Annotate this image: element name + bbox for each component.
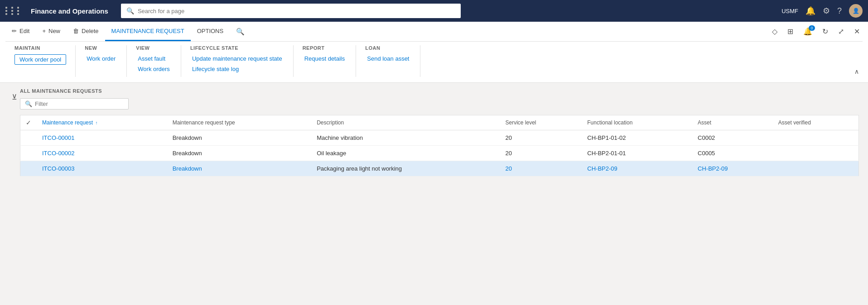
section-title: ALL MAINTENANCE REQUESTS: [20, 88, 859, 94]
tab-new[interactable]: + New: [36, 22, 67, 41]
send-loan-asset-button[interactable]: Send loan asset: [365, 54, 411, 63]
col-asset-verified[interactable]: Asset verified: [773, 115, 859, 130]
update-maintenance-request-state-button[interactable]: Update maintenance request state: [190, 54, 284, 63]
group-label-report: REPORT: [303, 45, 347, 51]
filter-search-icon: 🔍: [25, 100, 32, 107]
ribbon-group-new: NEW Work order: [76, 45, 127, 77]
cell-functional-location[interactable]: CH-BP2-09: [582, 161, 692, 176]
notification-badge-btn[interactable]: 🔔 0: [800, 25, 815, 38]
group-label-maintain: MAINTAIN: [14, 45, 66, 51]
cell-check[interactable]: [20, 130, 37, 146]
sort-arrow-icon: ↑: [95, 120, 97, 125]
ribbon-right-icons: ◇ ⊞ 🔔 0 ↻ ⤢ ✕: [769, 25, 863, 38]
avatar-image: 👤: [853, 8, 859, 14]
tab-options[interactable]: OPTIONS: [191, 22, 230, 41]
settings-icon[interactable]: ⚙: [823, 6, 830, 16]
filter-sidebar-icon[interactable]: ⊻: [9, 88, 20, 106]
cell-service-level: 20: [500, 146, 582, 161]
cell-description: Oil leakage: [311, 146, 500, 161]
group-label-loan: LOAN: [365, 45, 411, 51]
notification-badge: 0: [809, 25, 815, 31]
cell-maintenance-request[interactable]: ITCO-00002: [37, 146, 167, 161]
edit-icon: ✏: [12, 28, 17, 34]
table-row[interactable]: ITCO-00001 Breakdown Machine vibration 2…: [20, 130, 859, 146]
app-grid-icon[interactable]: [5, 7, 22, 15]
tab-edit[interactable]: ✏ Edit: [5, 22, 36, 41]
content-wrapper: ⊻ ALL MAINTENANCE REQUESTS 🔍 ✓ Maintenan…: [0, 83, 868, 182]
ribbon-tabs-row: ✏ Edit + New 🗑 Delete MAINTENANCE REQUES…: [5, 22, 863, 42]
group-label-view: VIEW: [136, 45, 172, 51]
col-asset[interactable]: Asset: [692, 115, 773, 130]
maintenance-requests-table: ✓ Maintenance request ↑ Maintenance requ…: [20, 115, 859, 176]
cell-asset[interactable]: CH-BP2-09: [692, 161, 773, 176]
cell-maintenance-request[interactable]: ITCO-00001: [37, 130, 167, 146]
group-items-maintain: Work order pool: [14, 54, 66, 65]
cell-functional-location: CH-BP1-01-02: [582, 130, 692, 146]
cell-asset-verified: [773, 130, 859, 146]
table-row[interactable]: ITCO-00003 Breakdown Packaging area ligh…: [20, 161, 859, 176]
cell-check[interactable]: [20, 146, 37, 161]
username-label: USMF: [781, 8, 798, 14]
filter-input-wrapper[interactable]: 🔍: [20, 98, 129, 110]
filter-bar: 🔍: [20, 98, 859, 110]
ribbon-search-button[interactable]: 🔍: [233, 28, 247, 36]
work-order-pool-button[interactable]: Work order pool: [14, 54, 66, 65]
filter-input[interactable]: [35, 100, 124, 107]
work-order-button[interactable]: Work order: [85, 54, 117, 63]
cell-description: Machine vibration: [311, 130, 500, 146]
check-all-icon[interactable]: ✓: [26, 119, 31, 126]
app-title: Finance and Operations: [31, 7, 108, 15]
search-input[interactable]: [138, 8, 455, 14]
group-label-lifecycle: LIFECYCLE STATE: [190, 45, 284, 51]
ribbon-group-view: VIEW Asset fault Work orders: [127, 45, 181, 77]
ribbon-collapse-button[interactable]: ∧: [851, 66, 863, 77]
close-icon-btn[interactable]: ✕: [851, 25, 863, 38]
cell-functional-location: CH-BP2-01-01: [582, 146, 692, 161]
cell-maintenance-request-type: Breakdown: [167, 161, 311, 176]
cell-service-level: 20: [500, 130, 582, 146]
col-maintenance-request[interactable]: Maintenance request ↑: [37, 115, 167, 130]
main-content: ALL MAINTENANCE REQUESTS 🔍 ✓ Maintenance…: [20, 88, 859, 176]
table-row[interactable]: ITCO-00002 Breakdown Oil leakage 20 CH-B…: [20, 146, 859, 161]
ribbon-body: MAINTAIN Work order pool NEW Work order …: [5, 42, 863, 82]
cell-maintenance-request-type: Breakdown: [167, 130, 311, 146]
cell-service-level: 20: [500, 161, 582, 176]
search-bar[interactable]: 🔍: [121, 4, 461, 18]
ribbon-group-lifecycle: LIFECYCLE STATE Update maintenance reque…: [181, 45, 294, 77]
office-icon-btn[interactable]: ⊞: [785, 25, 796, 38]
request-details-button[interactable]: Request details: [303, 54, 347, 63]
ribbon-group-maintain: MAINTAIN Work order pool: [5, 45, 76, 77]
help-icon[interactable]: ?: [837, 6, 842, 16]
ribbon-group-loan: LOAN Send loan asset: [356, 45, 420, 77]
tab-maintenance-request[interactable]: MAINTENANCE REQUEST: [105, 22, 191, 41]
tab-delete[interactable]: 🗑 Delete: [67, 22, 105, 41]
top-nav-right: USMF 🔔 ⚙ ? 👤: [781, 4, 863, 18]
col-service-level[interactable]: Service level: [500, 115, 582, 130]
diamond-icon-btn[interactable]: ◇: [769, 25, 780, 38]
group-items-report: Request details: [303, 54, 347, 63]
cell-asset: C0002: [692, 130, 773, 146]
notification-icon[interactable]: 🔔: [805, 6, 815, 16]
expand-icon-btn[interactable]: ⤢: [835, 25, 847, 38]
col-description[interactable]: Description: [311, 115, 500, 130]
cell-maintenance-request[interactable]: ITCO-00003: [37, 161, 167, 176]
cell-maintenance-request-type: Breakdown: [167, 146, 311, 161]
cell-check[interactable]: [20, 161, 37, 176]
group-label-new: NEW: [85, 45, 117, 51]
table-header-row: ✓ Maintenance request ↑ Maintenance requ…: [20, 115, 859, 130]
group-items-new: Work order: [85, 54, 117, 63]
work-orders-button[interactable]: Work orders: [136, 65, 172, 73]
delete-icon: 🗑: [73, 28, 79, 34]
group-items-lifecycle: Update maintenance request state Lifecyc…: [190, 54, 284, 73]
col-functional-location[interactable]: Functional location: [582, 115, 692, 130]
asset-fault-button[interactable]: Asset fault: [136, 54, 167, 63]
cell-asset-verified: [773, 146, 859, 161]
avatar[interactable]: 👤: [849, 4, 863, 18]
lifecycle-state-log-button[interactable]: Lifecycle state log: [190, 65, 241, 73]
group-items-loan: Send loan asset: [365, 54, 411, 63]
refresh-icon-btn[interactable]: ↻: [820, 25, 831, 38]
cell-asset: C0005: [692, 146, 773, 161]
group-items-view: Asset fault Work orders: [136, 54, 172, 73]
top-navigation: Finance and Operations 🔍 USMF 🔔 ⚙ ? 👤: [0, 0, 868, 22]
col-maintenance-request-type[interactable]: Maintenance request type: [167, 115, 311, 130]
